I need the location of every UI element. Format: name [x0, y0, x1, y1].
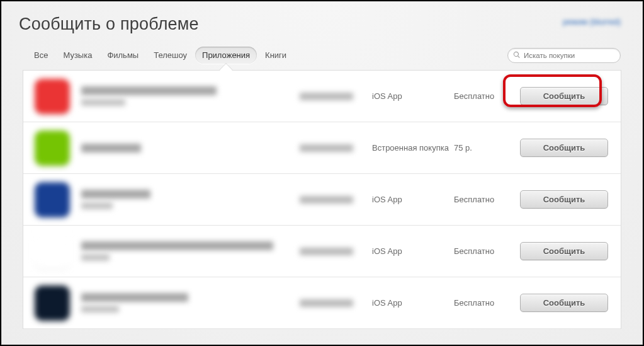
app-title — [81, 293, 188, 302]
app-title — [81, 241, 273, 250]
purchase-price: Бесплатно — [454, 91, 511, 101]
report-button[interactable]: Сообщить — [520, 242, 608, 260]
tab-1[interactable]: Музыка — [56, 47, 99, 64]
page-title: Сообщить о проблеме — [19, 14, 199, 34]
app-title — [81, 86, 217, 95]
purchase-date — [300, 144, 353, 152]
report-button[interactable]: Сообщить — [520, 87, 608, 105]
app-subtitle — [81, 202, 113, 209]
table-row: iOS AppБесплатноСообщить — [23, 277, 621, 329]
report-button[interactable]: Сообщить — [520, 139, 608, 157]
purchase-list: iOS AppБесплатноСообщитьВстроенная покуп… — [23, 70, 621, 329]
app-icon — [35, 285, 70, 321]
app-subtitle — [81, 99, 125, 106]
tab-2[interactable]: Фильмы — [100, 47, 145, 64]
purchase-date — [300, 196, 353, 204]
purchase-date — [300, 93, 353, 100]
table-row: iOS AppБесплатноСообщить — [23, 71, 621, 122]
app-icon — [35, 234, 70, 269]
purchase-type: iOS App — [372, 298, 454, 308]
app-meta — [81, 144, 300, 153]
app-icon — [35, 182, 70, 217]
app-subtitle — [81, 306, 119, 313]
search-box[interactable] — [507, 48, 621, 63]
table-row: Встроенная покупка75 р.Сообщить — [23, 122, 621, 174]
search-icon — [513, 50, 521, 61]
purchase-price: Бесплатно — [454, 195, 511, 204]
tab-4[interactable]: Приложения — [195, 47, 257, 64]
tab-5[interactable]: Книги — [258, 47, 293, 64]
app-icon — [35, 79, 70, 114]
app-subtitle — [81, 254, 110, 261]
app-meta — [81, 293, 300, 313]
tab-3[interactable]: Телешоу — [147, 47, 194, 64]
app-meta — [81, 241, 300, 261]
app-meta — [81, 190, 300, 209]
report-button[interactable]: Сообщить — [520, 190, 608, 209]
table-row: iOS AppБесплатноСообщить — [23, 226, 621, 277]
purchase-price: 75 р. — [454, 143, 511, 153]
app-meta — [81, 86, 300, 106]
app-title — [81, 144, 141, 153]
purchase-type: Встроенная покупка — [372, 143, 454, 153]
purchase-type: iOS App — [372, 246, 454, 256]
table-row: iOS AppБесплатноСообщить — [23, 174, 621, 226]
user-id[interactable]: режим (blurred) — [563, 17, 621, 26]
purchase-date — [300, 248, 353, 255]
app-icon — [35, 130, 70, 166]
app-title — [81, 190, 150, 199]
purchase-price: Бесплатно — [454, 246, 511, 256]
purchase-price: Бесплатно — [454, 298, 511, 308]
purchase-type: iOS App — [372, 91, 454, 101]
purchase-date — [300, 299, 353, 307]
category-tabs: ВсеМузыкаФильмыТелешоуПриложенияКниги — [27, 47, 295, 64]
search-input[interactable] — [524, 52, 615, 59]
report-button[interactable]: Сообщить — [520, 294, 608, 312]
purchase-type: iOS App — [372, 195, 454, 204]
tab-0[interactable]: Все — [27, 47, 55, 64]
